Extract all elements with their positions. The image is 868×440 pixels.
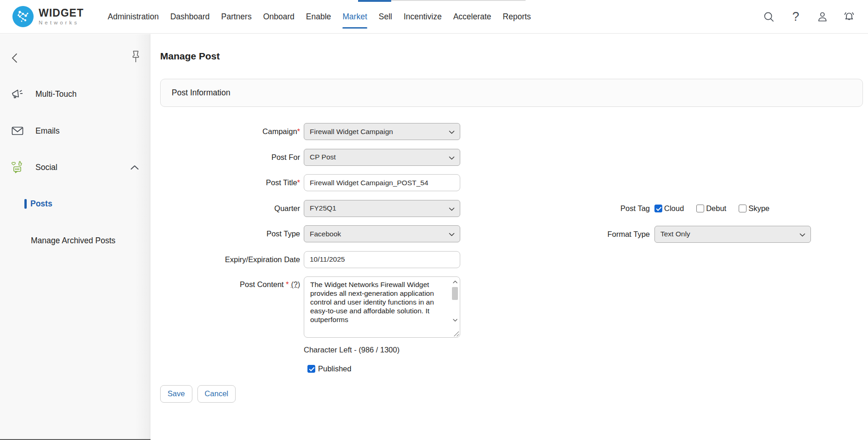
post-content-label: Post Content *(?) [160, 280, 300, 289]
chevron-down-icon [449, 207, 455, 211]
skype-checkbox[interactable] [739, 205, 746, 212]
nav-item-partners[interactable]: Partners [221, 0, 252, 34]
expiry-date-row: Expiry/Expiration Date [160, 251, 501, 268]
sidebar-item-label: Social [35, 163, 58, 172]
campaign-select-value: Firewall Widget Campaign [310, 128, 393, 136]
post-type-label: Post Type [160, 229, 300, 238]
post-form-right: Post Tag Cloud Debut Skype [499, 200, 858, 251]
scroll-down-icon[interactable] [451, 316, 459, 324]
published-label: Published [318, 364, 351, 373]
top-icon-group: ? [763, 0, 856, 34]
expiry-date-input[interactable] [304, 251, 460, 268]
nav-item-dashboard[interactable]: Dashboard [170, 0, 210, 34]
nav-item-onboard[interactable]: Onboard [263, 0, 295, 34]
notifications-icon[interactable] [843, 11, 856, 23]
megaphone-icon [10, 87, 25, 101]
quarter-label: Quarter [160, 204, 300, 213]
campaign-select[interactable]: Firewall Widget Campaign [304, 123, 460, 140]
section-title: Post Information [172, 88, 230, 98]
campaign-label: Campaign* [160, 127, 300, 136]
campaign-row: Campaign* Firewall Widget Campaign [160, 123, 501, 140]
sidebar-item-manage-archived-posts[interactable]: Manage Archived Posts [31, 236, 116, 246]
sidebar-item-label: Multi-Touch [35, 89, 76, 99]
post-title-row: Post Title* [160, 174, 501, 191]
scroll-up-icon[interactable] [451, 278, 459, 286]
cloud-checkbox[interactable] [654, 205, 662, 212]
post-type-row: Post Type Facebook [160, 225, 501, 242]
sidebar-item-multi-touch[interactable]: Multi-Touch [0, 85, 150, 103]
post-content-textarea[interactable]: The Widget Networks Firewall Widget prov… [304, 276, 460, 338]
debut-label: Debut [706, 204, 726, 213]
cancel-button[interactable]: Cancel [197, 385, 236, 403]
cloud-label: Cloud [664, 204, 684, 213]
post-tag-label: Post Tag [499, 204, 650, 213]
save-button[interactable]: Save [160, 385, 192, 403]
nav-item-accelerate[interactable]: Accelerate [453, 0, 492, 34]
published-checkbox[interactable] [307, 365, 315, 373]
post-for-label: Post For [160, 153, 300, 162]
required-asterisk: * [286, 280, 289, 288]
sidebar-collapse-icon[interactable] [10, 53, 20, 64]
post-content-row: Post Content *(?) The Widget Networks Fi… [160, 276, 501, 338]
form-actions: Save Cancel [160, 385, 501, 403]
character-count: Character Left - (986 / 1300) [304, 346, 501, 354]
main-menu: Administration Dashboard Partners Onboar… [108, 0, 531, 34]
post-tag-row: Post Tag Cloud Debut Skype [499, 200, 858, 217]
chevron-down-icon [799, 233, 805, 237]
format-type-select-value: Text Only [660, 230, 690, 238]
sidebar-item-social[interactable]: Social [0, 158, 150, 176]
sidebar-item-emails[interactable]: Emails [0, 122, 150, 140]
envelope-icon [10, 123, 25, 138]
nav-item-sell[interactable]: Sell [379, 0, 392, 34]
brand-logo[interactable]: WIDGET Networks [12, 6, 84, 27]
post-tag-option-cloud: Cloud [654, 204, 684, 213]
post-for-select-value: CP Post [310, 153, 336, 161]
sidebar: Multi-Touch Emails [0, 34, 150, 440]
textarea-scrollbar[interactable] [451, 278, 459, 324]
post-title-input[interactable] [304, 174, 460, 191]
post-content-help[interactable]: (?) [291, 281, 300, 288]
pin-icon[interactable] [130, 49, 142, 65]
brand-subname: Networks [39, 20, 84, 26]
chevron-down-icon [449, 156, 455, 160]
chevron-down-icon [449, 233, 455, 236]
sidebar-item-posts[interactable]: Posts [30, 199, 52, 209]
debut-checkbox[interactable] [696, 205, 704, 212]
published-row: Published [307, 364, 501, 373]
resize-grip-icon[interactable] [453, 330, 459, 336]
nav-item-market[interactable]: Market [342, 0, 367, 34]
app-window: WIDGET Networks Administration Dashboard… [0, 0, 868, 440]
post-tag-option-skype: Skype [739, 204, 770, 213]
nav-item-incentivize[interactable]: Incentivize [404, 0, 442, 34]
post-tag-option-debut: Debut [696, 204, 726, 213]
scrollbar-thumb[interactable] [452, 287, 458, 300]
nav-item-reports[interactable]: Reports [503, 0, 531, 34]
post-information-panel: Post Information [160, 79, 863, 107]
quarter-select[interactable]: FY25Q1 [304, 200, 460, 217]
post-for-row: Post For CP Post [160, 149, 501, 166]
quarter-select-value: FY25Q1 [310, 204, 336, 212]
skype-label: Skype [748, 204, 770, 213]
post-tag-options: Cloud Debut Skype [654, 204, 770, 213]
user-icon[interactable] [816, 11, 829, 23]
post-title-label: Post Title* [160, 178, 300, 187]
logo-icon [12, 6, 34, 27]
post-for-select[interactable]: CP Post [304, 149, 460, 166]
post-type-select[interactable]: Facebook [304, 225, 460, 242]
brand-text: WIDGET Networks [39, 8, 84, 26]
format-type-select[interactable]: Text Only [654, 226, 811, 243]
expiry-date-label: Expiry/Expiration Date [160, 255, 300, 264]
chevron-up-icon[interactable] [130, 165, 139, 170]
help-icon[interactable]: ? [789, 11, 802, 23]
nav-item-administration[interactable]: Administration [108, 0, 159, 34]
social-icon [10, 160, 25, 175]
chevron-down-icon [449, 130, 455, 134]
search-icon[interactable] [763, 11, 775, 23]
post-form-left: Campaign* Firewall Widget Campaign Post … [160, 123, 501, 403]
post-content-text[interactable]: The Widget Networks Firewall Widget prov… [304, 277, 450, 337]
format-type-label: Format Type [499, 230, 650, 239]
nav-item-enable[interactable]: Enable [306, 0, 331, 34]
required-asterisk: * [297, 178, 300, 187]
required-asterisk: * [297, 127, 300, 135]
help-glyph: ? [792, 11, 799, 23]
